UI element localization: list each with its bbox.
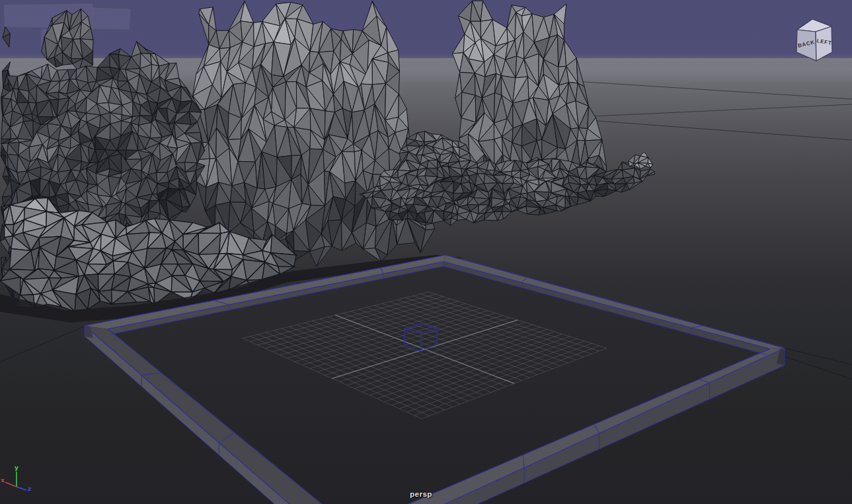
camera-name-label: persp — [383, 490, 459, 498]
view-cube[interactable]: BACK LEFT — [788, 15, 842, 67]
y-axis-label: y — [15, 464, 19, 471]
x-axis-line — [5, 482, 17, 487]
axis-gizmo: y x z — [0, 462, 46, 504]
terrain-mesh[interactable] — [0, 1, 655, 322]
viewport-3d[interactable]: BACK LEFT y x z persp — [0, 0, 852, 504]
x-axis-label: x — [1, 477, 5, 484]
z-axis-line — [17, 487, 26, 490]
scene-canvas[interactable] — [0, 0, 852, 504]
z-axis-label: z — [28, 486, 31, 492]
